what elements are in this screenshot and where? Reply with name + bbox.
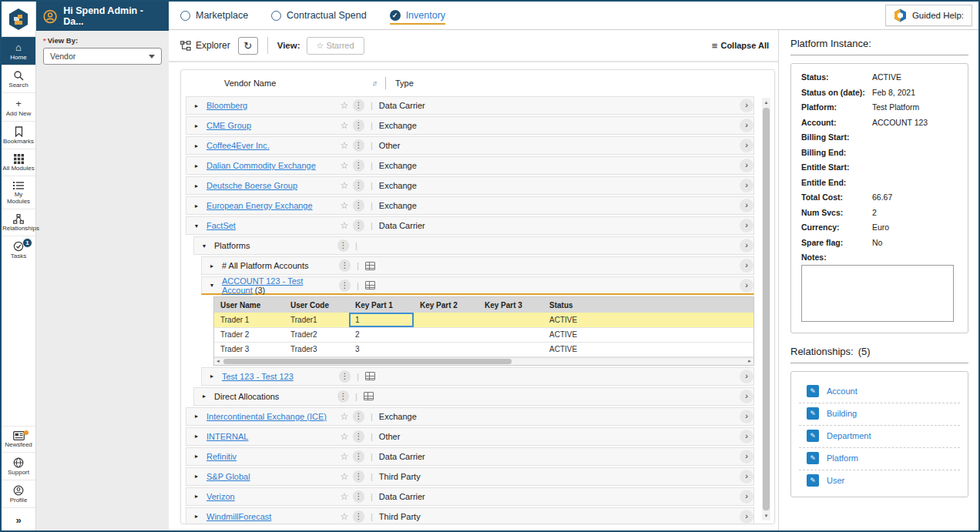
expand-arrow-icon[interactable]: ▸ (186, 142, 206, 149)
cell-key1[interactable]: 2 (349, 327, 414, 342)
row-menu-icon[interactable]: ⋮ (353, 119, 364, 132)
col-key-part-3[interactable]: Key Part 3 (478, 297, 543, 313)
expand-arrow-icon[interactable]: ▸ (186, 413, 206, 420)
row-detail-chevron[interactable]: › (740, 179, 753, 192)
relationship-link-building[interactable]: ✎ Building (799, 403, 960, 426)
row-menu-icon[interactable]: ⋮ (339, 279, 351, 292)
cell-key2[interactable] (414, 313, 478, 327)
expand-arrow-icon[interactable]: ▸ (186, 433, 206, 440)
view-by-select[interactable]: Vendor (43, 48, 162, 65)
sort-icon[interactable]: ↓↑ (372, 79, 376, 87)
rail-expand-button[interactable]: » (2, 507, 35, 530)
cell-user-code[interactable]: Trader3 (284, 342, 349, 356)
row-menu-icon[interactable]: ⋮ (353, 450, 364, 463)
notes-textarea[interactable] (801, 265, 954, 322)
refresh-button[interactable]: ↻ (238, 37, 258, 55)
row-menu-icon[interactable]: ⋮ (353, 510, 364, 523)
vendor-link[interactable]: CME Group (206, 121, 251, 130)
row-detail-chevron[interactable]: › (740, 410, 753, 423)
row-detail-chevron[interactable]: › (740, 390, 753, 403)
row-detail-chevron[interactable]: › (740, 139, 753, 152)
vendor-link[interactable]: INTERNAL (206, 432, 248, 441)
col-status[interactable]: Status (543, 297, 753, 313)
relationship-link-user[interactable]: ✎ User (799, 470, 960, 492)
star-icon[interactable]: ☆ (336, 511, 353, 522)
row-detail-chevron[interactable]: › (740, 99, 753, 112)
expand-arrow-icon[interactable]: ▸ (202, 373, 222, 380)
collapse-arrow-icon[interactable]: ▾ (194, 243, 214, 249)
cell-key1-selected[interactable]: 1 (349, 313, 414, 327)
cell-user-code[interactable]: Trader2 (284, 327, 349, 342)
vendor-link[interactable]: Refinitiv (206, 452, 237, 461)
row-menu-icon[interactable]: ⋮ (339, 259, 351, 272)
row-detail-chevron[interactable]: › (740, 259, 753, 273)
row-detail-chevron[interactable]: › (740, 450, 753, 463)
row-menu-icon[interactable]: ⋮ (353, 490, 364, 503)
sidebar-item-tasks[interactable]: 1 Tasks (2, 236, 35, 263)
row-detail-chevron[interactable]: › (740, 239, 753, 253)
vendor-link[interactable]: Intercontinental Exchange (ICE) (206, 412, 327, 421)
star-icon[interactable]: ☆ (336, 451, 353, 462)
user-row[interactable]: Trader 2 Trader2 2 ACTIVE (214, 327, 753, 342)
col-user-name[interactable]: User Name (214, 297, 284, 313)
row-detail-chevron[interactable]: › (740, 279, 753, 293)
horizontal-scrollbar[interactable]: ◄ ► (214, 357, 753, 365)
row-menu-icon[interactable]: ⋮ (353, 199, 364, 212)
col-user-code[interactable]: User Code (284, 297, 349, 313)
row-menu-icon[interactable]: ⋮ (337, 239, 349, 252)
table-view-icon[interactable] (365, 281, 375, 289)
vendor-link[interactable]: Coffee4Ever Inc. (206, 141, 270, 150)
scrollbar-thumb[interactable] (223, 359, 512, 364)
table-view-icon[interactable] (365, 262, 375, 270)
col-key-part-2[interactable]: Key Part 2 (414, 297, 478, 313)
row-menu-icon[interactable]: ⋮ (337, 390, 349, 403)
sidebar-item-add-new[interactable]: + Add New (2, 92, 35, 121)
vendor-link[interactable]: Verizon (206, 492, 235, 501)
sidebar-item-my-modules[interactable]: My Modules (2, 176, 35, 209)
expand-arrow-icon[interactable]: ▸ (186, 453, 206, 460)
star-icon[interactable]: ☆ (336, 180, 353, 191)
vendor-link[interactable]: Dalian Commodity Exchange (206, 161, 316, 170)
explorer-button[interactable]: Explorer (180, 40, 230, 51)
expand-arrow-icon[interactable]: ▸ (194, 393, 214, 400)
cell-status[interactable]: ACTIVE (543, 327, 753, 342)
tab-contractual-spend[interactable]: Contractual Spend (271, 10, 367, 21)
starred-filter-button[interactable]: ☆ Starred (307, 37, 364, 55)
relationship-link-department[interactable]: ✎ Department (799, 426, 960, 448)
scroll-right-icon[interactable]: ► (746, 359, 753, 363)
sidebar-item-home[interactable]: ⌂ Home (2, 36, 35, 65)
row-detail-chevron[interactable]: › (740, 199, 753, 212)
star-icon[interactable]: ☆ (336, 200, 353, 211)
sidebar-item-all-modules[interactable]: All Modules (2, 149, 35, 176)
collapse-arrow-icon[interactable]: ▾ (202, 282, 222, 289)
collapse-arrow-icon[interactable]: ▾ (186, 223, 206, 229)
relationship-link-platform[interactable]: ✎ Platform (799, 448, 960, 470)
row-detail-chevron[interactable]: › (740, 490, 753, 504)
user-row[interactable]: Trader 3 Trader3 3 ACTIVE (214, 342, 753, 356)
star-icon[interactable]: ☆ (336, 120, 353, 131)
table-view-icon[interactable] (364, 392, 374, 400)
cell-user-name[interactable]: Trader 3 (214, 342, 284, 356)
app-logo[interactable] (2, 2, 35, 36)
row-detail-chevron[interactable]: › (740, 219, 753, 233)
row-detail-chevron[interactable]: › (740, 370, 753, 383)
cell-key1[interactable]: 3 (349, 342, 414, 356)
row-menu-icon[interactable]: ⋮ (353, 159, 364, 172)
cell-status[interactable]: ACTIVE (543, 313, 753, 327)
tab-marketplace[interactable]: Marketplace (180, 10, 248, 21)
scrollbar-track[interactable] (222, 358, 746, 365)
col-key-part-1[interactable]: Key Part 1 (349, 297, 414, 313)
account-link[interactable]: Test 123 - Test 123 (222, 372, 294, 381)
cell-key3[interactable] (478, 342, 543, 356)
star-icon[interactable]: ☆ (336, 411, 353, 422)
user-header[interactable]: Hi Spend Admin - Da... (36, 2, 169, 31)
row-detail-chevron[interactable]: › (740, 159, 753, 172)
expand-arrow-icon[interactable]: ▸ (202, 263, 222, 269)
cell-user-name[interactable]: Trader 1 (214, 313, 284, 327)
star-icon[interactable]: ☆ (336, 471, 353, 482)
cell-key3[interactable] (478, 327, 543, 342)
relationship-link-account[interactable]: ✎ Account (799, 381, 960, 403)
expand-arrow-icon[interactable]: ▸ (186, 162, 206, 169)
row-detail-chevron[interactable]: › (740, 119, 753, 132)
table-view-icon[interactable] (365, 372, 375, 380)
